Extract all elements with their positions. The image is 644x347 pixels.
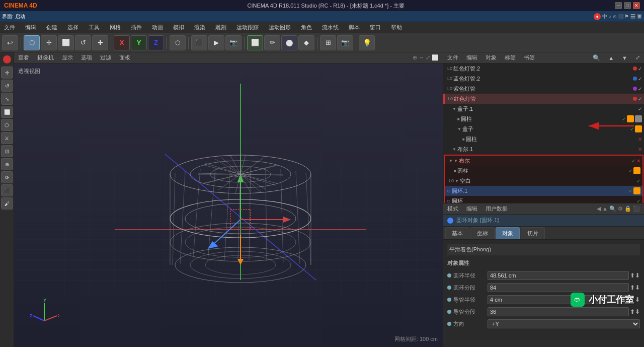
- vp-view[interactable]: 查看: [18, 54, 29, 61]
- prop-label-1: 圆环半径: [453, 272, 475, 280]
- move-tool[interactable]: ✛: [41, 35, 57, 50]
- obj-purple-tube[interactable]: L0 紫色灯管 ✓: [443, 84, 644, 94]
- playback-btn[interactable]: ▶: [208, 35, 224, 50]
- menu-pipeline[interactable]: 流水线: [320, 23, 341, 32]
- lt-select-poly[interactable]: ⬡: [1, 119, 13, 131]
- obj-lid1[interactable]: ▼ 盖子.1 ✓: [443, 104, 644, 114]
- tab-coords[interactable]: 坐标: [470, 227, 495, 239]
- lt-select-rect[interactable]: ⬜: [1, 106, 13, 118]
- prop-input-tube-radius[interactable]: [488, 295, 629, 304]
- obj-red-tube[interactable]: L0 红色灯管 ✓: [443, 94, 644, 104]
- obj-cloth1[interactable]: ▼ 布尔.1 ✕: [443, 144, 644, 154]
- lt-knife[interactable]: ⚔: [1, 132, 13, 144]
- menu-motiontrack[interactable]: 运动跟踪: [234, 23, 261, 32]
- maximize-button[interactable]: □: [624, 2, 631, 9]
- y-axis-btn[interactable]: Y: [131, 35, 147, 50]
- lt-weld[interactable]: ⊕: [1, 158, 13, 170]
- gem-btn[interactable]: ◆: [298, 35, 314, 50]
- lt-extrude[interactable]: ⊡: [1, 145, 13, 157]
- om-nav-down[interactable]: ▼: [622, 55, 627, 61]
- vp-options[interactable]: 选项: [81, 54, 92, 61]
- om-bookmark[interactable]: 书签: [524, 54, 535, 61]
- menu-window[interactable]: 窗口: [368, 23, 383, 32]
- obj-red-tube-2[interactable]: L0 红色灯管.2 ✓: [443, 63, 644, 74]
- pen-btn[interactable]: ✏: [264, 35, 280, 50]
- prop-stepper-2[interactable]: ⬆⬇: [630, 284, 640, 291]
- prop-input-tube-seg[interactable]: [488, 307, 629, 316]
- prop-input-torus-seg[interactable]: [488, 283, 629, 292]
- om-object[interactable]: 对象: [486, 54, 497, 61]
- obj-blue-tube-2[interactable]: L0 蓝色灯管.2 ✓: [443, 74, 644, 84]
- z-axis-btn[interactable]: Z: [148, 35, 164, 50]
- rotate-tool[interactable]: ↺: [75, 35, 91, 50]
- prop-stepper-4[interactable]: ⬆⬇: [630, 308, 640, 315]
- close-button[interactable]: ✕: [633, 2, 640, 9]
- menu-tools[interactable]: 工具: [87, 23, 102, 32]
- ph-userdata[interactable]: 用户数据: [486, 205, 508, 213]
- ph-mode[interactable]: 模式: [447, 205, 458, 213]
- om-search[interactable]: 🔍: [593, 54, 600, 61]
- sphere-btn[interactable]: ⬤: [281, 35, 297, 50]
- menu-sim[interactable]: 模拟: [171, 23, 186, 32]
- lt-loop[interactable]: ⟳: [1, 171, 13, 183]
- menu-render[interactable]: 渲染: [192, 23, 207, 32]
- tab-basic[interactable]: 基本: [445, 227, 469, 239]
- vp-panel[interactable]: 面板: [119, 54, 130, 61]
- menu-edit[interactable]: 编辑: [23, 23, 38, 32]
- menu-anim[interactable]: 动画: [150, 23, 165, 32]
- menu-create[interactable]: 创建: [44, 23, 59, 32]
- add-tool[interactable]: ✚: [92, 35, 108, 50]
- obj-torus1[interactable]: ○ 圆环.1 ✓: [445, 186, 642, 196]
- tab-slice[interactable]: 切片: [521, 227, 545, 239]
- record-btn[interactable]: ⬛: [191, 35, 207, 50]
- ph-edit[interactable]: 编辑: [466, 205, 477, 213]
- obj-cyl1[interactable]: ■ 圆柱 ✓: [443, 114, 644, 124]
- undo-button[interactable]: ↩: [2, 35, 18, 50]
- x-axis-btn[interactable]: X: [114, 35, 130, 50]
- cam-btn[interactable]: 📷: [337, 35, 353, 50]
- obj-cyl3[interactable]: ■ 圆柱 ✓: [445, 166, 642, 176]
- menu-mograph[interactable]: 运动图形: [267, 23, 293, 32]
- grid-btn[interactable]: ⊞: [320, 35, 336, 50]
- menu-file[interactable]: 文件: [2, 23, 17, 32]
- obj-cloth[interactable]: ▼ ▼ 布尔 ✓ ✕: [445, 156, 642, 166]
- om-expand[interactable]: ⤢: [635, 54, 640, 61]
- obj-mode-btn[interactable]: ⬡: [170, 35, 186, 50]
- om-tag[interactable]: 标签: [505, 54, 516, 61]
- lt-scale[interactable]: ⤡: [1, 93, 13, 105]
- prop-select-direction[interactable]: +Y +X +Z: [488, 319, 640, 328]
- select-tool[interactable]: ⬡: [24, 35, 40, 50]
- obj-blank[interactable]: L0 ▼ 空白 ✓: [445, 176, 642, 186]
- menu-script[interactable]: 脚本: [347, 23, 362, 32]
- vp-filter[interactable]: 过滤: [100, 54, 111, 61]
- vp-display[interactable]: 显示: [62, 54, 73, 61]
- viewport-canvas[interactable]: 透视视图: [14, 63, 443, 347]
- om-edit[interactable]: 编辑: [466, 54, 477, 61]
- prop-stepper-3[interactable]: ⬆⬇: [630, 296, 640, 303]
- scale-tool[interactable]: ⬜: [58, 35, 74, 50]
- snapshot-btn[interactable]: 📷: [225, 35, 242, 50]
- lt-move[interactable]: ✛: [1, 66, 13, 79]
- lt-rotate[interactable]: ↺: [1, 80, 13, 92]
- lt-fill[interactable]: ⬛: [1, 184, 13, 196]
- vp-camera[interactable]: 摄像机: [37, 54, 54, 61]
- menu-plugins[interactable]: 插件: [129, 23, 144, 32]
- obj-lid[interactable]: ▼ 盖子 ✓: [443, 124, 644, 134]
- lt-paint[interactable]: 🖌: [1, 197, 13, 210]
- prop-input-torus-radius[interactable]: [488, 271, 629, 280]
- menu-mesh[interactable]: 网格: [108, 23, 123, 32]
- obj-cyl2[interactable]: ■ 圆柱 ✕: [443, 134, 644, 144]
- menu-select[interactable]: 选择: [65, 23, 80, 32]
- menu-char[interactable]: 角色: [299, 23, 314, 32]
- prop-stepper-1[interactable]: ⬆⬇: [630, 272, 640, 279]
- light-btn[interactable]: 💡: [359, 35, 375, 50]
- menu-sculpt[interactable]: 雕刻: [213, 23, 228, 32]
- menu-help[interactable]: 帮助: [389, 23, 404, 32]
- tab-object[interactable]: 对象: [496, 227, 520, 239]
- om-file[interactable]: 文件: [447, 54, 458, 61]
- record-icon[interactable]: ●: [594, 13, 601, 20]
- cube-btn[interactable]: ⬜: [247, 35, 263, 50]
- obj-torus[interactable]: ○ 圆环 ✓: [445, 196, 642, 203]
- minimize-button[interactable]: ─: [615, 2, 622, 9]
- om-nav-up[interactable]: ▲: [608, 55, 614, 61]
